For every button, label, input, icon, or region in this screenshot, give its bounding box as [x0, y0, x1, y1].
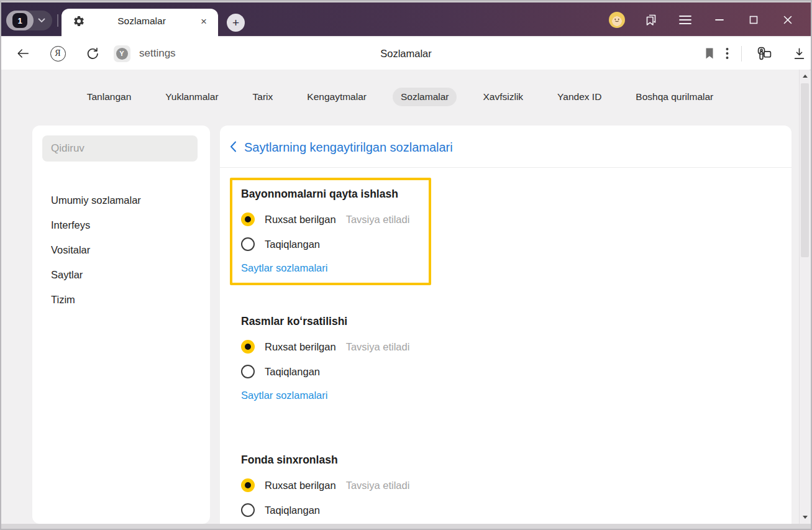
titlebar-separator	[57, 14, 58, 27]
downloads-icon[interactable]	[790, 37, 808, 70]
profile-avatar[interactable]	[600, 2, 634, 37]
back-heading[interactable]: Saytlarning kengaytirilgan sozlamalari	[220, 126, 791, 167]
window-bottom-frame	[1, 524, 811, 529]
back-icon	[230, 141, 237, 155]
radio-option-taqiqlangan[interactable]: Taqiqlangan	[241, 498, 420, 523]
minimize-button[interactable]	[702, 2, 736, 37]
tab-counter-frame: 1	[6, 11, 34, 30]
radio-icon[interactable]	[241, 340, 255, 354]
close-window-button[interactable]	[770, 2, 805, 37]
sidebar-item-saytlar[interactable]: Saytlar	[32, 262, 210, 287]
reload-icon[interactable]	[83, 37, 101, 70]
radio-option-taqiqlangan[interactable]: Taqiqlangan	[241, 232, 420, 257]
tab-title: Sozlamalar	[85, 16, 198, 27]
scroll-down-arrow[interactable]	[800, 512, 810, 523]
titlebar-controls	[600, 2, 805, 37]
vertical-scrollbar[interactable]	[799, 70, 810, 524]
nav-tab-xavfsizlik[interactable]: Xavfsizlik	[475, 88, 531, 106]
active-tab[interactable]: Sozlamalar ×	[62, 9, 218, 37]
radio-icon[interactable]	[241, 365, 255, 378]
settings-page: Tanlangan Yuklanmalar Tarix Kengaytmalar…	[1, 70, 799, 524]
saytlar-sozlamalari-link[interactable]: Saytlar sozlamalari	[241, 390, 327, 401]
recommended-hint: Tavsiya etiladi	[346, 341, 410, 353]
protect-badge[interactable]: Y	[112, 37, 131, 70]
address-bar-text[interactable]: settings	[139, 37, 176, 70]
nav-tab-yuklanmalar[interactable]: Yuklanmalar	[157, 88, 226, 106]
section-rasmlar-korsatilishi: Rasmlar koʻrsatilishi Ruxsat berilgan Ta…	[230, 308, 431, 410]
bookmark-flag-icon[interactable]	[701, 37, 718, 70]
browser-window: 1 Sozlamalar × +	[0, 0, 812, 530]
nav-tab-tanlangan[interactable]: Tanlangan	[79, 88, 140, 106]
radio-option-ruxsat-berilgan[interactable]: Ruxsat berilgan Tavsiya etiladi	[241, 334, 420, 359]
radio-icon[interactable]	[241, 212, 255, 226]
sidebar-item-umumiy-sozlamalar[interactable]: Umumiy sozlamalar	[32, 188, 210, 212]
chevron-down-icon[interactable]	[38, 18, 45, 23]
protect-y-icon: Y	[116, 48, 128, 60]
sidebar-item-tizim[interactable]: Tizim	[32, 287, 210, 312]
section-bayonnomalarni-qayta-ishlash: Bayonnomalarni qayta ishlash Ruxsat beri…	[230, 178, 431, 285]
nav-tab-sozlamalar[interactable]: Sozlamalar	[393, 88, 457, 106]
recommended-hint: Tavsiya etiladi	[346, 480, 410, 491]
radio-icon[interactable]	[241, 503, 255, 517]
scroll-up-arrow[interactable]	[800, 71, 810, 81]
tab-close-icon[interactable]: ×	[198, 15, 209, 28]
menu-icon[interactable]	[668, 2, 702, 37]
scrollbar-thumb[interactable]	[801, 83, 809, 257]
yandex-home-icon[interactable]: Я	[48, 37, 67, 70]
tab-count-badge: 1	[12, 13, 27, 28]
settings-nav: Tanlangan Yuklanmalar Tarix Kengaytmalar…	[1, 88, 799, 106]
sidebar-menu: Umumiy sozlamalar Interfeys Vositalar Sa…	[32, 188, 210, 312]
search-input[interactable]	[42, 135, 198, 162]
toolbar: Я Y settings Sozlamalar	[1, 37, 811, 70]
titlebar: 1 Sozlamalar × +	[1, 1, 811, 36]
settings-sidebar: Umumiy sozlamalar Interfeys Vositalar Sa…	[32, 126, 210, 524]
radio-option-ruxsat-berilgan[interactable]: Ruxsat berilgan Tavsiya etiladi	[241, 207, 420, 232]
kebab-menu-icon[interactable]	[719, 37, 734, 70]
avatar	[609, 12, 625, 28]
section-title: Bayonnomalarni qayta ishlash	[241, 188, 420, 201]
radio-option-ruxsat-berilgan[interactable]: Ruxsat berilgan Tavsiya etiladi	[241, 473, 420, 498]
settings-main-panel: Saytlarning kengaytirilgan sozlamalari B…	[220, 126, 791, 530]
radio-icon[interactable]	[241, 237, 255, 251]
radio-icon[interactable]	[241, 478, 255, 492]
passwords-keys-icon[interactable]	[753, 37, 775, 70]
tab-counter-button[interactable]: 1	[6, 11, 52, 30]
toolbar-separator	[741, 46, 742, 62]
section-title: Fonda sinxronlash	[241, 454, 420, 467]
bookmarks-panel-icon[interactable]	[634, 2, 668, 37]
settings-gear-icon	[73, 15, 85, 27]
page-title: Saytlarning kengaytirilgan sozlamalari	[244, 140, 453, 155]
radio-option-taqiqlangan[interactable]: Taqiqlangan	[241, 359, 420, 384]
saytlar-sozlamalari-link[interactable]: Saytlar sozlamalari	[241, 262, 327, 274]
nav-tab-yandex-id[interactable]: Yandex ID	[549, 88, 609, 106]
section-title: Rasmlar koʻrsatilishi	[241, 315, 420, 328]
maximize-button[interactable]	[736, 2, 770, 37]
nav-tab-boshqa-qurilmalar[interactable]: Boshqa qurilmalar	[627, 88, 721, 106]
sidebar-item-vositalar[interactable]: Vositalar	[32, 237, 210, 262]
back-button[interactable]	[14, 37, 32, 70]
nav-tab-kengaytmalar[interactable]: Kengaytmalar	[299, 88, 375, 106]
section-fonda-sinxronlash: Fonda sinxronlash Ruxsat berilgan Tavsiy…	[230, 446, 431, 530]
sidebar-item-interfeys[interactable]: Interfeys	[32, 212, 210, 237]
new-tab-button[interactable]: +	[227, 14, 245, 32]
recommended-hint: Tavsiya etiladi	[346, 214, 410, 226]
nav-tab-tarix[interactable]: Tarix	[245, 88, 281, 106]
